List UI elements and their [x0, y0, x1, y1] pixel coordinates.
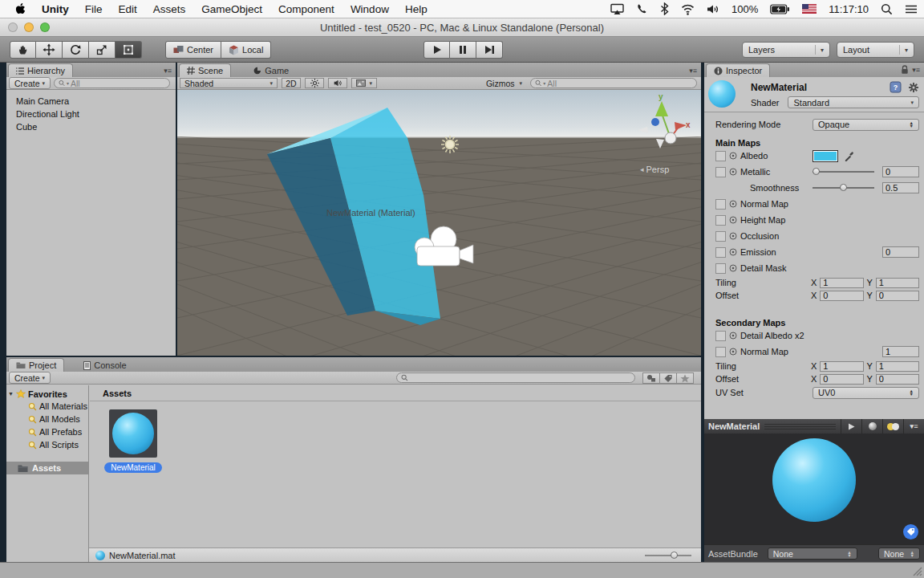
hierarchy-search[interactable]: ▾ — [54, 78, 170, 88]
secondary-normal-value-field[interactable] — [882, 346, 919, 357]
step-button[interactable] — [476, 41, 503, 59]
preview-lighting-button[interactable] — [882, 419, 903, 434]
gear-icon[interactable] — [908, 82, 919, 93]
tab-console[interactable]: Console — [75, 358, 134, 372]
tiling-x-field[interactable] — [820, 278, 863, 288]
metallic-value-field[interactable] — [882, 166, 919, 177]
menu-unity[interactable]: Unity — [34, 3, 77, 15]
spotlight-search-icon[interactable] — [881, 3, 893, 15]
detail-albedo-texture-slot[interactable] — [715, 331, 726, 341]
favorite-all-models[interactable]: All Models — [6, 413, 88, 425]
smoothness-slider[interactable] — [813, 187, 874, 189]
preview-shape-button[interactable] — [861, 419, 882, 434]
offset-x-field[interactable] — [820, 291, 863, 301]
hierarchy-item-directional-light[interactable]: Directional Light — [6, 108, 176, 120]
tab-hierarchy[interactable]: Hierarchy — [8, 63, 73, 77]
draw-mode-dropdown[interactable]: Shaded▾ — [180, 78, 278, 88]
tab-project[interactable]: Project — [8, 358, 64, 372]
tab-scene[interactable]: Scene — [179, 63, 231, 77]
secondary-tiling-x-field[interactable] — [820, 361, 863, 372]
favorites-group[interactable]: ▼ Favorites — [6, 385, 88, 400]
secondary-offset-x-field[interactable] — [820, 374, 863, 385]
metallic-texture-slot[interactable] — [715, 167, 726, 177]
assetbundle-tag-icon[interactable] — [903, 524, 918, 539]
apple-menu[interactable] — [6, 2, 34, 15]
notification-center-icon[interactable] — [905, 4, 918, 14]
perspective-toggle[interactable]: ◂Persp — [640, 165, 669, 174]
lock-icon[interactable] — [901, 65, 909, 75]
height-map-texture-slot[interactable] — [715, 215, 726, 226]
search-by-label-button[interactable] — [659, 372, 677, 384]
scene-effects-button[interactable]: ▾ — [351, 78, 377, 88]
menu-gameobject[interactable]: GameObject — [193, 3, 270, 15]
panel-menu-icon[interactable]: ▾≡ — [689, 67, 701, 77]
pivot-local-button[interactable]: Local — [221, 41, 271, 59]
project-search[interactable] — [396, 372, 635, 383]
menu-edit[interactable]: Edit — [111, 3, 145, 15]
texture-picker-icon[interactable] — [729, 232, 737, 240]
material-thumbnail[interactable] — [708, 80, 736, 108]
scene-audio-button[interactable] — [328, 78, 347, 88]
texture-picker-icon[interactable] — [729, 332, 737, 340]
airplay-icon[interactable] — [610, 3, 624, 15]
eyedropper-icon[interactable] — [844, 151, 854, 161]
texture-picker-icon[interactable] — [729, 152, 737, 160]
menu-file[interactable]: File — [77, 3, 111, 15]
favorite-all-prefabs[interactable]: All Prefabs — [6, 425, 88, 438]
assetbundle-variant-dropdown[interactable]: None▲▼ — [878, 547, 920, 560]
preview-drag-handle[interactable] — [764, 424, 836, 429]
flag-icon[interactable] — [802, 4, 817, 14]
phone-icon[interactable] — [636, 3, 648, 15]
layout-dropdown[interactable]: Layout▾ — [837, 42, 914, 58]
resize-grip-icon[interactable] — [911, 565, 922, 576]
occlusion-texture-slot[interactable] — [715, 231, 726, 242]
texture-picker-icon[interactable] — [729, 348, 737, 356]
asset-newmaterial[interactable] — [109, 409, 157, 458]
emission-texture-slot[interactable] — [715, 247, 726, 258]
close-window-button[interactable] — [8, 22, 18, 32]
assetbundle-dropdown[interactable]: None▲▼ — [768, 547, 857, 560]
texture-picker-icon[interactable] — [729, 264, 737, 272]
secondary-tiling-y-field[interactable] — [876, 361, 919, 372]
smoothness-value-field[interactable] — [882, 182, 919, 193]
albedo-texture-slot[interactable] — [715, 151, 726, 161]
menu-component[interactable]: Component — [270, 3, 342, 15]
clock[interactable]: 11:17:10 — [829, 3, 869, 15]
texture-picker-icon[interactable] — [729, 200, 737, 208]
scale-tool-button[interactable] — [89, 41, 116, 59]
layers-dropdown[interactable]: Layers▾ — [742, 42, 830, 58]
scene-viewport[interactable]: NewMaterial (Material) y x ◂Persp — [177, 90, 701, 356]
pivot-center-button[interactable]: Center — [165, 41, 221, 59]
shader-dropdown[interactable]: Standard▾ — [788, 96, 919, 108]
menu-window[interactable]: Window — [342, 3, 397, 15]
texture-picker-icon[interactable] — [729, 248, 737, 256]
hierarchy-search-input[interactable] — [71, 79, 165, 88]
secondary-normal-texture-slot[interactable] — [715, 347, 726, 357]
search-by-type-button[interactable] — [642, 372, 660, 384]
offset-y-field[interactable] — [876, 291, 919, 301]
thumbnail-size-slider[interactable] — [645, 555, 691, 556]
rendering-mode-dropdown[interactable]: Opaque▲▼ — [813, 119, 919, 131]
bluetooth-icon[interactable] — [660, 2, 669, 15]
menu-assets[interactable]: Assets — [145, 3, 194, 15]
favorite-search-button[interactable] — [676, 372, 694, 384]
volume-icon[interactable] — [707, 3, 719, 15]
assets-folder-item[interactable]: Assets — [6, 462, 88, 474]
favorite-all-scripts[interactable]: All Scripts — [6, 438, 88, 451]
pause-button[interactable] — [450, 41, 476, 59]
project-search-input[interactable] — [410, 373, 630, 383]
emission-value-field[interactable] — [882, 246, 919, 258]
preview-header[interactable]: NewMaterial ▾≡ — [704, 419, 924, 434]
scene-search[interactable]: ▾ — [530, 78, 697, 88]
preview-menu-icon[interactable]: ▾≡ — [903, 419, 924, 434]
tiling-y-field[interactable] — [876, 278, 919, 288]
wifi-icon[interactable] — [681, 3, 695, 15]
favorite-all-materials[interactable]: All Materials — [6, 400, 88, 413]
preview-canvas[interactable] — [704, 434, 924, 544]
texture-picker-icon[interactable] — [729, 216, 737, 224]
scene-search-input[interactable] — [547, 79, 692, 88]
detail-mask-texture-slot[interactable] — [715, 263, 726, 274]
panel-menu-icon[interactable]: ▾≡ — [164, 67, 176, 77]
hand-tool-button[interactable] — [10, 41, 36, 59]
asset-newmaterial-label[interactable]: NewMaterial — [96, 459, 170, 474]
